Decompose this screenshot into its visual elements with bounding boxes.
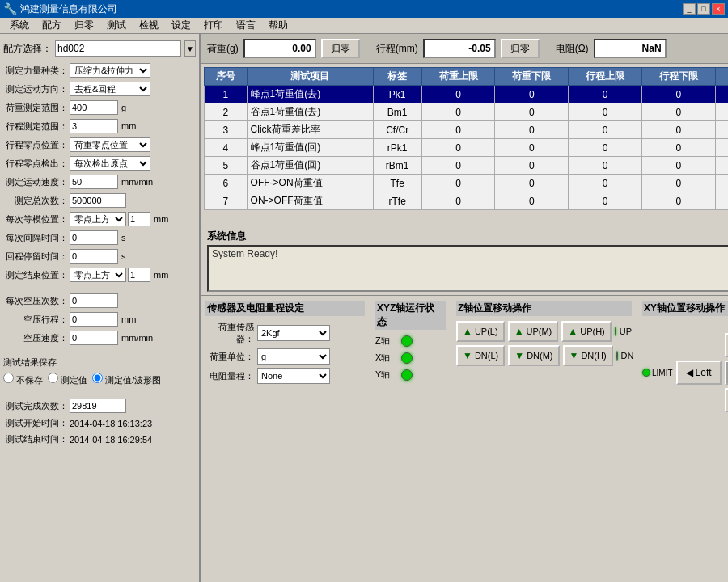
y-axis-status-row: Y轴 — [375, 369, 446, 381]
col-stroke-h: 行程上限 — [569, 68, 642, 86]
table-row[interactable]: 1 峰点1荷重值(去) Pk1 0 0 0 0 -- -- — [205, 86, 729, 103]
maximize-button[interactable]: □ — [697, 3, 710, 15]
squeeze-speed-row: 空压速度： mm/min — [3, 331, 196, 345]
move-dir-select[interactable]: 去程&回程 — [70, 82, 150, 96]
squeeze-stroke-input[interactable] — [70, 312, 118, 327]
left-label: Left — [696, 367, 712, 378]
z-up-m-button[interactable]: UP(M) — [508, 321, 559, 342]
load-meter-value: 0.00 — [292, 43, 311, 54]
equal-step-select[interactable]: 零点上方 — [70, 212, 126, 226]
cell-tag: Bm1 — [373, 103, 421, 121]
table-row[interactable]: 5 谷点1荷重值(回) rBm1 0 0 0 0 -- -- — [205, 157, 729, 175]
recipe-input[interactable] — [55, 40, 181, 57]
right-panel: 荷重(g) 0.00 归零 行程(mm) -0.05 归零 电阻(Ω) NaN — [201, 34, 728, 582]
z-dn-l-button[interactable]: DN(L) — [456, 345, 505, 366]
end-pos-select[interactable]: 零点上方 — [70, 268, 126, 282]
load-sensor-select[interactable]: 2Kgf5Kgf10Kgf — [257, 325, 330, 341]
stroke-range-input[interactable] — [70, 119, 118, 133]
save-result-label: 测试结果保存 — [3, 356, 196, 369]
cell-res-h: 1000 — [715, 175, 728, 192]
total-count-input[interactable] — [70, 193, 126, 208]
xyz-status-title: XYZ轴运行状态 — [375, 301, 446, 330]
load-unit-select[interactable]: gNkgf — [257, 348, 330, 365]
save-wave-radio[interactable] — [92, 373, 103, 383]
slow-button[interactable]: SLOW — [725, 361, 728, 385]
load-range-row: 荷重测定范围： g — [3, 100, 196, 115]
table-row[interactable]: 3 Click荷重差比率 Cf/Cr 0 0 0 0 -- -- — [205, 121, 729, 139]
z-axis-status-row: Z轴 — [375, 335, 446, 347]
menu-help[interactable]: 帮助 — [262, 17, 294, 34]
cell-load-l: 0 — [495, 192, 569, 210]
minimize-button[interactable]: _ — [683, 3, 696, 15]
cell-res-h: -- — [715, 103, 728, 121]
save-result-group: 不保存 测定值 测定值/波形图 — [3, 373, 196, 386]
stroke-reset-button[interactable]: 归零 — [501, 39, 540, 58]
left-panel: 配方选择： ▼ 测定力量种类： 压缩力&拉伸力 测定运动方向： 去程&回程 荷重… — [0, 34, 201, 582]
pause-time-input[interactable] — [70, 249, 118, 264]
zero-detect-row: 行程零点检出： 每次检出原点 — [3, 156, 196, 171]
cell-stroke-h: 0 — [569, 86, 642, 103]
menu-language[interactable]: 语言 — [230, 17, 262, 34]
measure-speed-input[interactable] — [70, 175, 118, 189]
menu-settings[interactable]: 设定 — [165, 17, 197, 34]
zero-detect-label: 行程零点检出： — [3, 158, 68, 170]
table-row[interactable]: 7 ON->OFF荷重值 rTfe 0 0 0 0 1000 0 — [205, 192, 729, 210]
menu-test[interactable]: 测试 — [100, 17, 133, 34]
table-row[interactable]: 2 谷点1荷重值(去) Bm1 0 0 0 0 -- -- — [205, 103, 729, 121]
menu-zero[interactable]: 归零 — [68, 17, 100, 34]
z-up-h-button[interactable]: UP(H) — [561, 321, 611, 342]
cell-tag: Tfe — [373, 175, 421, 192]
end-pos-input[interactable] — [128, 268, 150, 282]
col-tag: 标签 — [373, 68, 421, 86]
menu-system[interactable]: 系统 — [3, 17, 36, 34]
cell-load-h: 0 — [421, 86, 495, 103]
cell-load-l: 0 — [495, 103, 569, 121]
squeeze-stroke-unit: mm — [121, 314, 136, 324]
equal-step-input[interactable] — [128, 212, 150, 226]
completed-count-input[interactable] — [70, 399, 126, 413]
squeeze-speed-input[interactable] — [70, 331, 118, 345]
load-range-input[interactable] — [70, 100, 118, 115]
z-dn-h-button[interactable]: DN(H) — [563, 345, 613, 366]
col-stroke-l: 行程下限 — [642, 68, 716, 86]
cell-load-l: 0 — [495, 139, 569, 157]
save-wave-radio-label[interactable]: 测定值/波形图 — [92, 373, 161, 386]
squeeze-count-input[interactable] — [70, 293, 118, 308]
measure-type-select[interactable]: 压缩力&拉伸力 — [70, 63, 150, 78]
table-section: 序号 测试项目 标签 荷重上限 荷重下限 行程上限 行程下限 电阻上限 电阻下限… — [201, 64, 728, 226]
menu-print[interactable]: 打印 — [197, 17, 230, 34]
res-range-select[interactable]: None100Ω1kΩ — [257, 368, 330, 384]
zero-point-select[interactable]: 荷重零点位置 — [70, 137, 150, 152]
cell-tag: rBm1 — [373, 157, 421, 175]
table-row[interactable]: 4 峰点1荷重值(回) rPk1 0 0 0 0 -- -- — [205, 139, 729, 157]
z-axis-panel: Z轴位置移动操作 UP(L) UP(M) UP(H) UP — [451, 296, 637, 465]
save-value-radio[interactable] — [48, 373, 58, 383]
left-button[interactable]: ◀ Left — [676, 361, 722, 385]
cell-id: 7 — [205, 192, 248, 210]
completed-count-row: 测试完成次数： — [3, 399, 196, 413]
back-button[interactable]: ▲ Back — [725, 333, 728, 357]
menu-bar: 系统 配方 归零 测试 检视 设定 打印 语言 帮助 — [0, 18, 728, 34]
save-no-radio[interactable] — [3, 373, 14, 383]
table-header-row: 序号 测试项目 标签 荷重上限 荷重下限 行程上限 行程下限 电阻上限 电阻下限 — [205, 68, 729, 86]
table-row[interactable]: 6 OFF->ON荷重值 Tfe 0 0 0 0 1000 0 — [205, 175, 729, 192]
menu-inspect[interactable]: 检视 — [133, 17, 165, 34]
zero-point-row: 行程零点位置： 荷重零点位置 — [3, 137, 196, 152]
z-dn-m-button[interactable]: DN(M) — [508, 345, 559, 366]
front-button[interactable]: ▼ Front — [725, 388, 728, 412]
squeeze-count-label: 每次空压次数： — [3, 295, 68, 307]
y-axis-label: Y轴 — [375, 369, 398, 381]
save-value-radio-label[interactable]: 测定值 — [48, 373, 87, 386]
interval-time-input[interactable] — [70, 230, 118, 245]
recipe-dropdown-button[interactable]: ▼ — [184, 40, 196, 57]
cell-res-h: 1000 — [715, 192, 728, 210]
cell-load-h: 0 — [421, 121, 495, 139]
z-up-l-button[interactable]: UP(L) — [456, 321, 505, 342]
end-pos-unit: mm — [154, 270, 168, 280]
save-no-radio-label[interactable]: 不保存 — [3, 373, 43, 386]
resistance-meter-value: NaN — [642, 43, 662, 54]
close-button[interactable]: × — [712, 3, 725, 15]
zero-detect-select[interactable]: 每次检出原点 — [70, 156, 150, 171]
load-reset-button[interactable]: 归零 — [321, 39, 360, 58]
menu-recipe[interactable]: 配方 — [36, 17, 68, 34]
